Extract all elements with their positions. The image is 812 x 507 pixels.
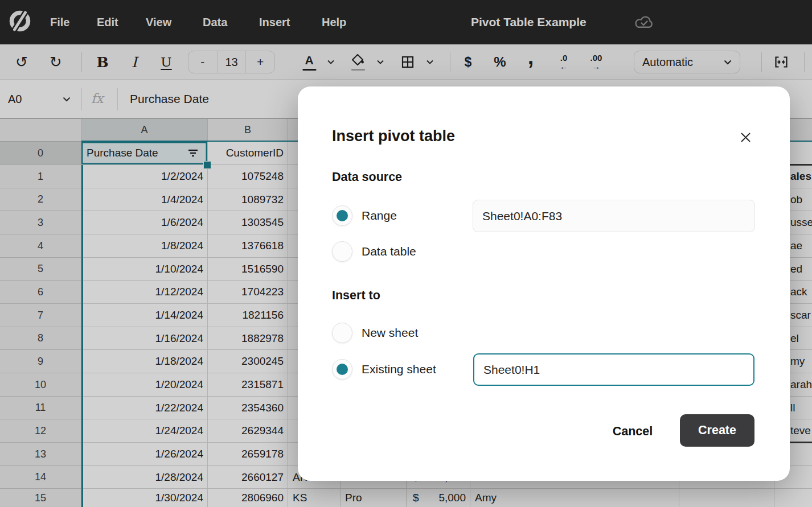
data-table-radio[interactable] (332, 241, 352, 262)
range-radio-label[interactable]: Range (362, 209, 397, 222)
app-window: File Edit View Data Insert Help Pivot Ta… (0, 0, 812, 507)
insert-to-label: Insert to (332, 288, 380, 303)
range-radio[interactable] (332, 205, 352, 226)
close-icon[interactable] (736, 128, 754, 146)
range-input[interactable] (473, 200, 755, 232)
existing-sheet-input[interactable] (473, 353, 754, 386)
insert-pivot-table-dialog: Insert pivot table Data source Range Dat… (298, 86, 790, 481)
data-source-label: Data source (332, 170, 402, 184)
dialog-title: Insert pivot table (332, 127, 455, 145)
create-button[interactable]: Create (680, 414, 754, 447)
new-sheet-radio[interactable] (332, 323, 352, 343)
new-sheet-radio-label[interactable]: New sheet (362, 326, 418, 340)
data-table-radio-label[interactable]: Data table (362, 245, 416, 258)
existing-sheet-radio-label[interactable]: Existing sheet (362, 362, 436, 376)
cancel-button[interactable]: Cancel (605, 420, 660, 443)
existing-sheet-radio[interactable] (332, 359, 352, 380)
